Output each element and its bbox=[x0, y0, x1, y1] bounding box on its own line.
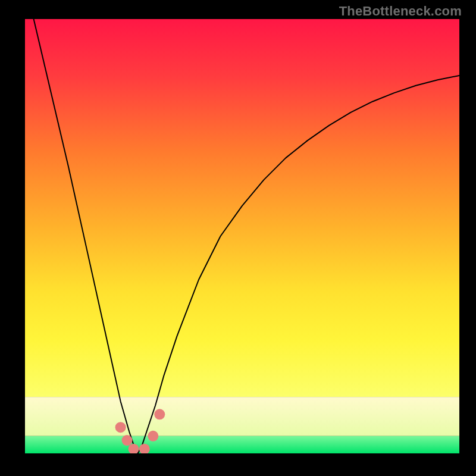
gradient-background bbox=[25, 19, 459, 397]
chart-frame: TheBottleneck.com bbox=[0, 0, 476, 476]
pale-band bbox=[25, 397, 459, 436]
plot-area bbox=[25, 19, 459, 453]
watermark-text: TheBottleneck.com bbox=[339, 4, 462, 19]
green-band bbox=[25, 436, 459, 453]
data-marker bbox=[148, 431, 158, 441]
bottleneck-curve-chart bbox=[25, 19, 459, 453]
data-marker bbox=[154, 409, 165, 419]
data-marker bbox=[115, 422, 126, 433]
data-marker bbox=[122, 435, 133, 446]
